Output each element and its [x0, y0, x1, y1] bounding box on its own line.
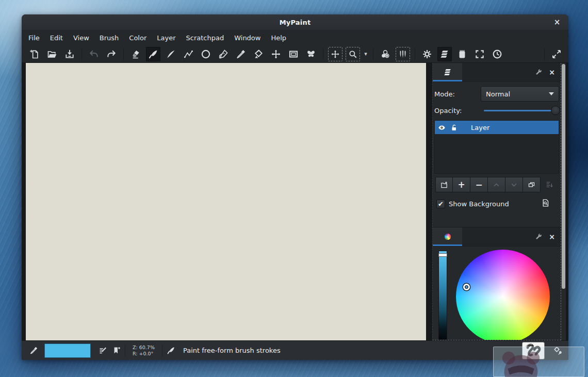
edit-brush-settings-icon[interactable] [96, 343, 109, 358]
menu-file[interactable]: File [23, 31, 45, 45]
new-layer-group-button[interactable] [435, 177, 453, 192]
layer-row-selected[interactable]: Layer [435, 121, 559, 134]
opacity-slider[interactable] [484, 106, 559, 115]
smooth-line-tool-icon[interactable] [164, 47, 178, 61]
color-wheel-picker-ring[interactable] [463, 284, 470, 290]
layers-panel-close-icon[interactable]: × [545, 63, 559, 81]
save-file-icon[interactable] [62, 47, 77, 61]
main-area: × Mode: Normal Opacity: [22, 63, 568, 340]
statusbar-color-picker-icon[interactable] [27, 343, 40, 358]
tool-hint-text: Paint free-form brush strokes [183, 347, 281, 354]
paintbrush-tool-icon[interactable] [146, 47, 160, 61]
symmetry-tool-icon[interactable] [304, 47, 318, 61]
dock-resize-handle[interactable] [426, 63, 432, 340]
menu-view[interactable]: View [68, 31, 94, 45]
background-chooser-icon[interactable] [541, 199, 550, 209]
status-bar: Z: 60.7% R: +0.0° Paint free-form brush … [22, 340, 568, 360]
pan-view-icon[interactable] [328, 47, 342, 61]
opacity-slider-handle[interactable] [551, 106, 560, 115]
panel-settings-wrench-icon[interactable] [532, 227, 545, 246]
active-tool-brush-icon [165, 343, 178, 358]
menu-scratchpad[interactable]: Scratchpad [181, 31, 230, 45]
merge-down-button[interactable] [541, 177, 558, 192]
undo-icon[interactable] [87, 47, 101, 61]
right-dock: × Mode: Normal Opacity: [432, 63, 561, 340]
layer-opacity-row: Opacity: [434, 106, 559, 115]
layers-panel-tabbar: × [433, 63, 561, 82]
menu-window[interactable]: Window [229, 31, 266, 45]
duplicate-layer-button[interactable] [523, 177, 541, 192]
flood-fill-tool-icon[interactable] [251, 47, 266, 61]
new-file-icon[interactable] [27, 47, 42, 61]
layers-panel: × Mode: Normal Opacity: [433, 63, 561, 227]
history-clock-icon[interactable] [490, 47, 504, 61]
color-value-slider-handle[interactable] [438, 253, 447, 257]
raise-layer-button[interactable] [488, 177, 505, 192]
add-layer-button[interactable]: + [453, 177, 470, 192]
zoom-readout: Z: 60.7% [133, 345, 155, 350]
menu-help[interactable]: Help [266, 31, 291, 45]
layer-list[interactable]: Layer [434, 120, 559, 174]
layer-mode-row: Mode: Normal [434, 86, 559, 102]
scratchpad-toggle-icon[interactable] [455, 47, 469, 61]
main-toolbar: ▾ [22, 45, 568, 63]
menu-color[interactable]: Color [124, 31, 152, 45]
color-wheel-toggle-icon[interactable] [378, 47, 393, 61]
mode-label: Mode: [434, 90, 455, 98]
expand-view-icon[interactable] [549, 47, 564, 61]
color-panel-tabbar: × [433, 227, 561, 247]
panel-settings-wrench-icon[interactable] [532, 63, 545, 81]
toolbar-separator [544, 48, 545, 60]
preferences-gear-icon[interactable] [420, 47, 434, 61]
dock-scrollbar[interactable] [561, 63, 566, 340]
layers-panel-toggle-icon[interactable] [437, 47, 452, 61]
color-value-slider[interactable] [438, 251, 447, 340]
current-color-swatch[interactable] [44, 343, 91, 358]
color-panel-close-icon[interactable]: × [545, 227, 559, 246]
dock-scrollbar-thumb[interactable] [562, 64, 565, 289]
lower-layer-button[interactable] [505, 177, 523, 192]
layers-tab[interactable] [433, 63, 462, 81]
open-file-icon[interactable] [45, 47, 59, 61]
layer-name[interactable]: Layer [471, 124, 489, 132]
chevron-down-icon [549, 92, 554, 95]
zoom-view-icon[interactable] [346, 47, 360, 61]
window-close-button[interactable]: × [551, 16, 563, 28]
color-wheel-tab[interactable] [433, 227, 462, 246]
opacity-label: Opacity: [434, 107, 462, 114]
eraser-icon[interactable] [128, 47, 143, 61]
layer-lock-open-icon[interactable] [450, 124, 458, 132]
inking-tool-icon[interactable] [216, 47, 231, 61]
show-background-label[interactable]: Show Background [449, 200, 509, 208]
rotation-readout: R: +0.0° [133, 351, 153, 356]
statusbar-separator [125, 345, 125, 357]
frame-tool-icon[interactable] [286, 47, 301, 61]
ellipse-tool-icon[interactable] [199, 47, 213, 61]
toolbar-separator [123, 48, 124, 60]
menu-edit[interactable]: Edit [45, 31, 68, 45]
brush-list-toggle-icon[interactable] [396, 47, 410, 61]
layer-visible-eye-icon[interactable] [438, 124, 446, 132]
title-bar[interactable]: MyPaint × [22, 14, 568, 30]
remove-layer-button[interactable]: − [470, 177, 488, 192]
drawing-canvas[interactable] [26, 63, 426, 340]
redo-icon[interactable] [104, 47, 119, 61]
layer-mode-select[interactable]: Normal [481, 86, 559, 102]
window-title: MyPaint [280, 19, 311, 26]
menu-layer[interactable]: Layer [152, 31, 181, 45]
move-layer-tool-icon[interactable] [269, 47, 283, 61]
show-background-checkbox[interactable]: ✔ [436, 200, 445, 208]
fullscreen-icon[interactable] [472, 47, 487, 61]
mypaint-window: MyPaint × File Edit View Brush Color Lay… [22, 14, 568, 360]
color-wheel-icon [443, 232, 452, 241]
zoom-rotation-readout: Z: 60.7% R: +0.0° [133, 345, 155, 357]
hsv-color-wheel[interactable] [456, 250, 550, 340]
mypaint-dock-overlay[interactable] [493, 347, 584, 377]
toolbar-separator [81, 48, 82, 60]
view-options-dropdown-icon[interactable]: ▾ [362, 51, 370, 57]
bookmark-add-icon[interactable] [109, 343, 123, 358]
menu-brush[interactable]: Brush [94, 31, 124, 45]
color-picker-tool-icon[interactable] [234, 47, 248, 61]
mypaint-monkey-logo [499, 349, 543, 377]
connected-lines-tool-icon[interactable] [181, 47, 195, 61]
